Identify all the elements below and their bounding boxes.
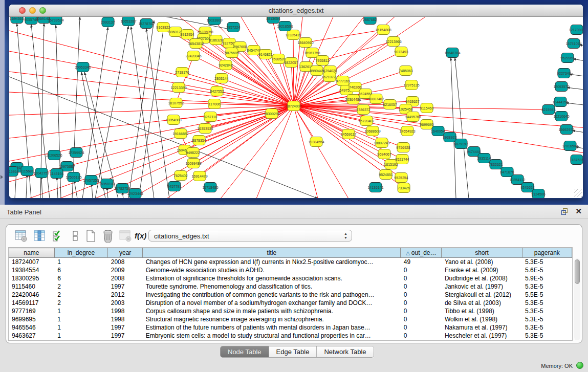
table-cell[interactable]: Franke et al. (2009) — [442, 266, 522, 274]
graph-node[interactable]: 2093137 — [101, 17, 115, 27]
graph-node[interactable]: 17016504 — [562, 141, 578, 151]
network-window-titlebar[interactable]: citations_edges.txt — [9, 5, 583, 17]
table-cell[interactable]: 1 — [54, 258, 107, 266]
table-cell[interactable]: 1 — [54, 307, 107, 315]
table-cell[interactable]: 1998 — [108, 315, 143, 323]
graph-node[interactable]: 9529966 — [560, 53, 574, 63]
table-cell[interactable]: Changes of HCN gene expression and I(f) … — [143, 258, 401, 266]
column-header-title[interactable]: title — [143, 248, 401, 258]
table-cell[interactable]: 19384554 — [9, 266, 54, 274]
table-cell[interactable]: Structural magnetic resonance image aver… — [143, 315, 401, 323]
delete-column-button[interactable] — [101, 229, 115, 243]
table-cell[interactable]: 5.3E-5 — [522, 258, 572, 266]
graph-node[interactable]: 18640910 — [297, 38, 313, 48]
table-row[interactable]: 2242004622012Investigating the contribut… — [9, 291, 572, 299]
table-cell[interactable]: 14569117 — [9, 299, 54, 307]
table-cell[interactable]: 0 — [401, 266, 442, 274]
table-cell[interactable]: 2003 — [108, 299, 143, 307]
graph-node[interactable]: 9699695 — [420, 120, 433, 129]
table-cell[interactable]: Genome-wide association studies in ADHD. — [143, 266, 401, 274]
table-cell[interactable]: Stergiakouli et al. (2012) — [442, 291, 522, 299]
graph-node[interactable]: 18107552 — [168, 98, 184, 108]
vertical-scrollbar[interactable] — [574, 258, 580, 340]
graph-node[interactable]: 15751074 — [565, 39, 581, 49]
table-row[interactable]: 977716911998Corpus callosum shape and si… — [9, 307, 572, 315]
splitter-collapse-icon[interactable] — [1, 175, 3, 179]
graph-node[interactable]: 1187535 — [570, 155, 583, 165]
graph-node[interactable]: 9498222 — [186, 148, 200, 158]
graph-node[interactable]: 10854988 — [165, 115, 181, 125]
graph-node[interactable]: 16914479 — [191, 171, 207, 181]
graph-node[interactable]: 733426 — [398, 183, 410, 193]
delete-table-button-disabled[interactable] — [119, 229, 132, 243]
graph-node[interactable]: 7832621 — [489, 160, 503, 169]
graph-node[interactable]: 12325419 — [285, 30, 301, 40]
graph-node[interactable]: 3315954 — [9, 167, 19, 177]
graph-node[interactable]: 9756928 — [396, 143, 410, 152]
graph-node[interactable]: 16033809 — [206, 17, 222, 25]
graph-node[interactable]: 16958107 — [99, 179, 115, 189]
table-cell[interactable]: 1 — [54, 332, 107, 340]
table-cell[interactable]: Corpus callosum shape and size in male p… — [143, 307, 401, 315]
graph-node[interactable]: 1115681 — [20, 166, 34, 176]
graph-node[interactable]: 22420046 — [185, 51, 201, 61]
table-cell[interactable]: Nakamura et al. (1997) — [442, 323, 522, 332]
table-cell[interactable]: 9115460 — [9, 282, 54, 291]
graph-node[interactable]: 8938923 — [443, 133, 456, 142]
table-cell[interactable]: Yano et al. (2008) — [442, 258, 522, 266]
memory-ok-indicator-icon[interactable] — [576, 362, 583, 369]
column-header-short[interactable]: short — [442, 248, 522, 258]
table-cell[interactable]: 1 — [54, 323, 107, 332]
graph-node[interactable]: 8990445 — [310, 66, 323, 76]
table-cell[interactable]: 5.3E-5 — [522, 332, 572, 340]
table-cell[interactable]: 5.3E-5 — [522, 323, 572, 332]
table-cell[interactable]: de Silva et al. (2003) — [442, 299, 522, 307]
graph-node[interactable]: 8427552 — [210, 86, 224, 96]
table-cell[interactable]: 49 — [401, 258, 442, 266]
table-cell[interactable]: Jankovic et al. (1997) — [442, 282, 522, 291]
graph-node[interactable]: 7588520 — [271, 54, 285, 64]
graph-node[interactable]: 20053346 — [75, 62, 91, 72]
graph-node[interactable]: 8878354 — [192, 136, 206, 145]
graph-node[interactable]: 18300295 — [264, 109, 279, 119]
table-cell[interactable]: 9699695 — [9, 315, 54, 323]
graph-node[interactable]: 10653287 — [120, 17, 136, 26]
float-panel-icon[interactable] — [561, 208, 569, 215]
graph-node[interactable]: 16353534 — [197, 124, 213, 134]
graph-node[interactable]: 19166857 — [172, 129, 188, 139]
show-columns-button[interactable] — [33, 229, 46, 243]
table-row[interactable]: 946362711997Embryonic stem cells: a mode… — [9, 332, 572, 340]
graph-node[interactable]: 9875685 — [225, 48, 238, 58]
column-header-pagerank[interactable]: pagerank — [522, 248, 572, 258]
graph-node[interactable]: 6822057 — [284, 58, 298, 68]
graph-node[interactable]: 15692971 — [558, 125, 574, 135]
table-cell[interactable]: 0 — [401, 291, 442, 299]
graph-node[interactable]: 19384554 — [308, 137, 324, 147]
table-row[interactable]: 946554611997Estimation of the future num… — [9, 323, 572, 332]
table-cell[interactable]: 18724007 — [9, 258, 54, 266]
graph-node[interactable]: 20364486 — [345, 95, 361, 104]
graph-node[interactable]: 12170985 — [569, 25, 583, 35]
graph-node[interactable]: 12213966 — [385, 37, 401, 47]
close-panel-icon[interactable]: ✕ — [575, 207, 582, 215]
graph-node[interactable]: 117006 — [208, 99, 221, 109]
table-cell[interactable]: 0 — [401, 307, 442, 315]
graph-node[interactable]: 14495768 — [405, 112, 421, 122]
select-all-button[interactable] — [51, 229, 64, 243]
graph-node[interactable]: 12923448 — [127, 189, 143, 199]
new-column-button[interactable] — [84, 229, 97, 243]
graph-node[interactable]: 15278702 — [138, 19, 154, 29]
graph-node[interactable]: 16099489 — [185, 159, 201, 168]
table-cell[interactable]: 6 — [54, 266, 107, 274]
table-cell[interactable]: 5.3E-5 — [522, 282, 572, 291]
table-cell[interactable]: Hescheler et al. (1997) — [442, 332, 522, 340]
graph-node[interactable]: 16210645 — [553, 112, 569, 121]
graph-node[interactable]: 9115460 — [420, 103, 434, 113]
graph-node[interactable]: 12213399 — [170, 83, 186, 93]
graph-node[interactable]: 1640954 — [431, 126, 445, 136]
graph-node[interactable]: 7857224 — [226, 23, 240, 32]
graph-node[interactable]: 19218506 — [277, 21, 293, 31]
graph-node[interactable]: 8912954 — [180, 30, 194, 39]
table-cell[interactable]: 2008 — [108, 258, 143, 266]
graph-node[interactable]: 12975135 — [403, 80, 419, 90]
